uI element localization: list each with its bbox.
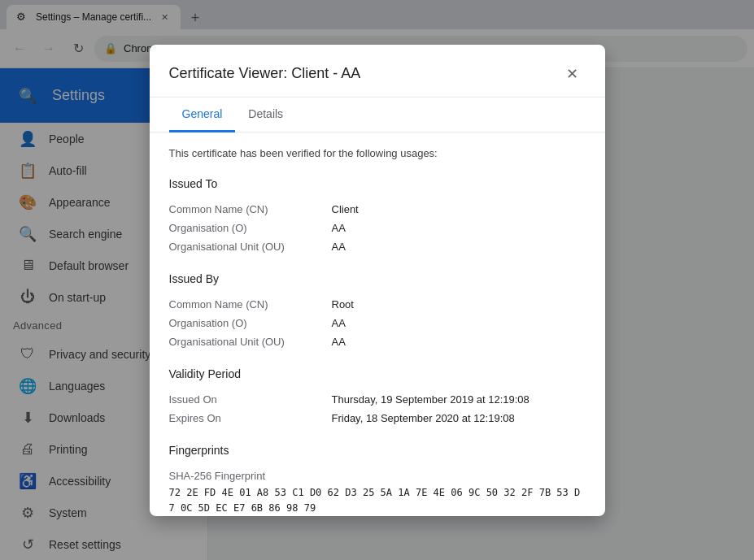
cert-field-sha256: SHA-256 Fingerprint 72 2E FD 4E 01 A8 53…: [169, 467, 586, 516]
cert-field-value-ou-by: AA: [332, 336, 346, 348]
cert-field-name-org-by: Organisation (O): [169, 317, 332, 329]
cert-field-ou-to: Organisational Unit (OU) AA: [169, 237, 586, 256]
cert-field-name-cn-by: Common Name (CN): [169, 298, 332, 310]
certificate-viewer-modal: Certificate Viewer: Client - AA ✕ Genera…: [150, 45, 605, 516]
cert-validity-title: Validity Period: [169, 367, 586, 380]
cert-field-name-ou-to: Organisational Unit (OU): [169, 241, 332, 253]
cert-field-name-org-to: Organisation (O): [169, 222, 332, 234]
cert-field-value-org-to: AA: [332, 222, 346, 234]
modal-body: This certificate has been verified for t…: [150, 132, 605, 516]
cert-field-name-sha256: SHA-256 Fingerprint: [169, 470, 332, 482]
cert-field-issued-on: Issued On Thursday, 19 September 2019 at…: [169, 390, 586, 409]
cert-field-value-expires-on: Friday, 18 September 2020 at 12:19:08: [332, 412, 515, 424]
cert-fingerprints-section: Fingerprints SHA-256 Fingerprint 72 2E F…: [169, 444, 586, 516]
cert-field-expires-on: Expires On Friday, 18 September 2020 at …: [169, 409, 586, 428]
cert-field-cn-to: Common Name (CN) Client: [169, 200, 586, 219]
cert-field-name-expires-on: Expires On: [169, 412, 332, 424]
cert-fingerprints-title: Fingerprints: [169, 444, 586, 457]
tab-details[interactable]: Details: [235, 98, 296, 132]
cert-field-name-issued-on: Issued On: [169, 393, 332, 406]
cert-field-value-issued-on: Thursday, 19 September 2019 at 12:19:08: [332, 393, 530, 406]
cert-validity-section: Validity Period Issued On Thursday, 19 S…: [169, 367, 586, 428]
modal-title: Certificate Viewer: Client - AA: [169, 65, 361, 82]
cert-field-value-ou-to: AA: [332, 241, 346, 253]
cert-field-org-to: Organisation (O) AA: [169, 219, 586, 237]
cert-issued-to-section: Issued To Common Name (CN) Client Organi…: [169, 177, 586, 256]
cert-field-value-cn-by: Root: [332, 298, 354, 310]
cert-field-name-cn-to: Common Name (CN): [169, 203, 332, 215]
cert-field-cn-by: Common Name (CN) Root: [169, 295, 586, 314]
modal-tabs: General Details: [150, 98, 605, 132]
cert-issued-to-title: Issued To: [169, 177, 586, 190]
cert-usage-text: This certificate has been verified for t…: [169, 145, 586, 162]
modal-header: Certificate Viewer: Client - AA ✕: [150, 45, 605, 98]
tab-general[interactable]: General: [169, 98, 236, 132]
cert-field-name-ou-by: Organisational Unit (OU): [169, 336, 332, 348]
cert-field-value-org-by: AA: [332, 317, 346, 329]
cert-field-value-cn-to: Client: [332, 203, 359, 215]
modal-overlay[interactable]: Certificate Viewer: Client - AA ✕ Genera…: [0, 0, 754, 560]
modal-close-button[interactable]: ✕: [560, 61, 586, 87]
cert-issued-by-section: Issued By Common Name (CN) Root Organisa…: [169, 272, 586, 351]
cert-field-org-by: Organisation (O) AA: [169, 314, 586, 332]
cert-issued-by-title: Issued By: [169, 272, 586, 285]
cert-field-value-sha256: 72 2E FD 4E 01 A8 53 C1 D0 62 D3 25 5A 1…: [169, 485, 586, 516]
cert-field-ou-by: Organisational Unit (OU) AA: [169, 332, 586, 351]
